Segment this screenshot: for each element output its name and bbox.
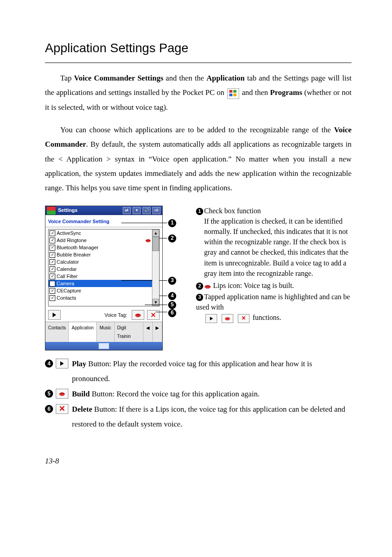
- scroll-down-icon[interactable]: ▼: [152, 299, 159, 306]
- connectivity-icon[interactable]: ⇄: [123, 207, 131, 214]
- delete-icon: ✕: [56, 404, 68, 414]
- checkbox-icon[interactable]: [49, 288, 55, 294]
- build-button[interactable]: [132, 310, 144, 320]
- paragraph-1: Tap Voice Commander Settings and then th…: [45, 71, 352, 115]
- tab-bar: Contacts Application Music Digit Trainin…: [45, 322, 162, 342]
- screenshot-panel: 1 2 3 4 5 6 Settings ⇄ ▾ 🔊 ok Voice Comm…: [45, 206, 183, 351]
- tab-scroll-left-icon[interactable]: ◀: [143, 322, 153, 342]
- scroll-up-icon[interactable]: ▲: [152, 229, 159, 237]
- window-title: Settings: [58, 206, 122, 215]
- callout-marker-6: 6: [168, 309, 176, 317]
- callout-marker-1: 1: [168, 219, 176, 227]
- callout-3-text-a: Tapped application name is highlighted a…: [196, 293, 350, 311]
- callout-marker-3: 3: [168, 277, 176, 285]
- paragraph-2: You can choose which applications are to…: [45, 123, 352, 195]
- lips-icon: [145, 238, 151, 243]
- tab-music[interactable]: Music: [97, 322, 114, 342]
- signal-icon[interactable]: ▾: [133, 207, 141, 214]
- delete-icon: ✕: [238, 314, 249, 323]
- annotations-below: 4 Play Button: Play the recorded voice t…: [45, 357, 352, 431]
- application-list[interactable]: ActiveSync Add Ringtone Bluetooth Manage…: [49, 229, 152, 306]
- page-number: 13-8: [45, 454, 352, 468]
- voice-tag-toolbar: Voice Tag: ✕: [45, 308, 162, 322]
- list-item[interactable]: Contacts: [49, 294, 152, 301]
- checkbox-icon[interactable]: [49, 230, 55, 236]
- tab-contacts[interactable]: Contacts: [45, 322, 69, 342]
- callout-2-text: Lips icon: Voice tag is built.: [211, 282, 294, 289]
- callout-marker-2: 2: [168, 234, 176, 243]
- checkbox-icon[interactable]: [49, 266, 55, 272]
- svg-point-4: [59, 392, 65, 396]
- callout-marker-4: 4: [168, 292, 176, 300]
- lips-icon: [56, 389, 68, 399]
- checkbox-icon[interactable]: [49, 281, 55, 287]
- play-button[interactable]: [48, 310, 61, 320]
- pocketpc-window: Settings ⇄ ▾ 🔊 ok Voice Commander Settin…: [45, 206, 163, 351]
- tab-application[interactable]: Application: [69, 322, 97, 342]
- checkbox-icon[interactable]: [49, 274, 55, 279]
- callout-1-title: Check box function: [204, 207, 261, 215]
- callout-3-text-b: functions.: [253, 314, 281, 321]
- checkbox-icon[interactable]: [49, 259, 55, 265]
- start-flag-icon[interactable]: [46, 206, 56, 215]
- titlebar: Settings ⇄ ▾ 🔊 ok: [45, 206, 162, 215]
- scrollbar[interactable]: ▲ ▼: [152, 229, 159, 306]
- svg-point-1: [135, 314, 141, 317]
- keyboard-icon[interactable]: [98, 343, 109, 349]
- svg-point-0: [146, 239, 151, 242]
- sip-bar[interactable]: [45, 342, 162, 350]
- checkbox-icon[interactable]: [49, 245, 55, 251]
- page-title: Application Settings Page: [45, 36, 352, 63]
- tab-digit-training[interactable]: Digit Trainin: [115, 322, 143, 342]
- checkbox-icon[interactable]: [49, 252, 55, 258]
- tab-scroll-right-icon[interactable]: ▶: [153, 322, 162, 342]
- play-icon: [56, 359, 68, 368]
- svg-point-3: [225, 317, 230, 320]
- callout-text-column: 1Check box function If the application i…: [196, 206, 352, 323]
- lips-icon: [222, 314, 233, 323]
- windows-logo-icon: [227, 88, 239, 99]
- checkbox-icon[interactable]: [49, 295, 55, 301]
- screen-subtitle: Voice Commander Setting: [45, 215, 162, 228]
- scroll-thumb[interactable]: [152, 237, 159, 251]
- play-icon: [205, 314, 217, 323]
- voice-tag-label: Voice Tag:: [63, 310, 129, 320]
- checkbox-icon[interactable]: [49, 238, 55, 243]
- volume-icon[interactable]: 🔊: [143, 207, 151, 214]
- callout-1-body: If the application is checked, it can be…: [204, 216, 352, 278]
- ok-button[interactable]: ok: [152, 207, 160, 214]
- lips-icon: [204, 283, 211, 289]
- svg-point-2: [205, 285, 211, 288]
